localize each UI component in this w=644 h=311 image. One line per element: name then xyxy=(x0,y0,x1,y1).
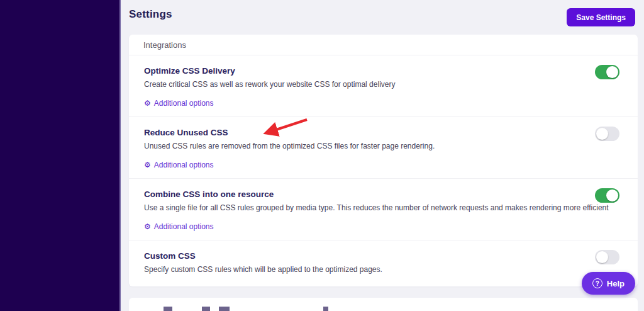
option-description: Use a single file for all CSS rules grou… xyxy=(144,203,623,212)
option-combine-css: Combine CSS into one resource Use a sing… xyxy=(129,179,638,240)
page-title: Settings xyxy=(129,8,172,21)
toggle-combine-css[interactable] xyxy=(595,188,619,203)
save-settings-button[interactable]: Save Settings xyxy=(567,8,635,26)
toggle-knob xyxy=(606,66,618,78)
settings-card: Integrations Optimize CSS Delivery Creat… xyxy=(129,35,638,286)
additional-options-label: Additional options xyxy=(154,161,214,169)
option-reduce-unused-css: Reduce Unused CSS Unused CSS rules are r… xyxy=(129,117,638,179)
option-optimize-css-delivery: Optimize CSS Delivery Create critical CS… xyxy=(129,55,638,117)
toggle-optimize-css-delivery[interactable] xyxy=(595,65,619,79)
additional-options-label: Additional options xyxy=(154,222,214,231)
option-title: Combine CSS into one resource xyxy=(144,189,623,199)
help-button[interactable]: ? Help xyxy=(582,272,635,295)
toggle-knob xyxy=(596,128,608,140)
toggle-knob xyxy=(596,251,608,263)
option-description: Specify custom CSS rules which will be a… xyxy=(144,265,623,274)
card-tabbar: Integrations xyxy=(129,35,638,55)
additional-options-link[interactable]: ⚙Additional options xyxy=(144,161,214,169)
gear-icon: ⚙ xyxy=(144,161,151,169)
question-mark-icon: ? xyxy=(592,278,602,288)
clipped-heading-text xyxy=(143,307,332,311)
option-title: Custom CSS xyxy=(144,251,623,261)
additional-options-link[interactable]: ⚙Additional options xyxy=(144,99,214,108)
sidebar xyxy=(0,0,121,311)
gear-icon: ⚙ xyxy=(144,223,151,230)
help-label: Help xyxy=(607,279,625,288)
toggle-custom-css[interactable] xyxy=(595,250,619,264)
additional-options-label: Additional options xyxy=(154,99,214,108)
option-title: Optimize CSS Delivery xyxy=(144,66,623,76)
next-section-card xyxy=(129,298,638,311)
option-custom-css: Custom CSS Specify custom CSS rules whic… xyxy=(129,240,638,290)
toggle-knob xyxy=(606,189,618,201)
additional-options-link[interactable]: ⚙Additional options xyxy=(144,222,214,231)
toggle-reduce-unused-css[interactable] xyxy=(595,127,619,141)
option-title: Reduce Unused CSS xyxy=(144,128,623,137)
tab-integrations[interactable]: Integrations xyxy=(143,40,186,50)
option-description: Create critical CSS as well as rework yo… xyxy=(144,80,623,89)
gear-icon: ⚙ xyxy=(144,99,151,107)
option-description: Unused CSS rules are removed from the op… xyxy=(144,142,623,150)
